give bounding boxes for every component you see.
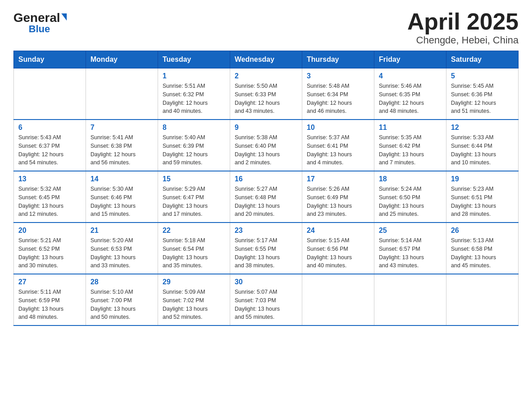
calendar-day-cell: 6Sunrise: 5:43 AMSunset: 6:37 PMDaylight…: [14, 120, 86, 171]
day-info: Sunrise: 5:07 AMSunset: 7:03 PMDaylight:…: [235, 288, 297, 321]
calendar-header-saturday: Saturday: [446, 51, 519, 68]
calendar-header-sunday: Sunday: [14, 51, 86, 68]
day-info: Sunrise: 5:46 AMSunset: 6:35 PMDaylight:…: [379, 82, 442, 116]
calendar-day-cell: 10Sunrise: 5:37 AMSunset: 6:41 PMDayligh…: [302, 120, 374, 171]
calendar-week-row: 13Sunrise: 5:32 AMSunset: 6:45 PMDayligh…: [14, 171, 519, 223]
day-info: Sunrise: 5:27 AMSunset: 6:48 PMDaylight:…: [235, 185, 297, 218]
calendar-day-cell: [86, 68, 158, 120]
day-info: Sunrise: 5:26 AMSunset: 6:49 PMDaylight:…: [307, 185, 369, 218]
logo-triangle-icon: [61, 13, 67, 21]
logo-general: General: [13, 12, 60, 24]
calendar-day-cell: 8Sunrise: 5:40 AMSunset: 6:39 PMDaylight…: [158, 120, 230, 171]
day-number: 8: [163, 124, 225, 132]
calendar-week-row: 20Sunrise: 5:21 AMSunset: 6:52 PMDayligh…: [14, 223, 519, 274]
day-info: Sunrise: 5:40 AMSunset: 6:39 PMDaylight:…: [163, 133, 225, 167]
calendar-header-thursday: Thursday: [302, 51, 374, 68]
calendar-day-cell: 24Sunrise: 5:15 AMSunset: 6:56 PMDayligh…: [302, 223, 374, 274]
day-number: 6: [18, 124, 81, 132]
day-info: Sunrise: 5:29 AMSunset: 6:47 PMDaylight:…: [163, 185, 225, 218]
day-info: Sunrise: 5:51 AMSunset: 6:32 PMDaylight:…: [163, 82, 225, 116]
day-info: Sunrise: 5:48 AMSunset: 6:34 PMDaylight:…: [307, 82, 369, 116]
page-title: April 2025: [407, 9, 519, 34]
calendar-week-row: 1Sunrise: 5:51 AMSunset: 6:32 PMDaylight…: [14, 68, 519, 120]
calendar-header-tuesday: Tuesday: [158, 51, 230, 68]
day-number: 1: [163, 72, 225, 80]
calendar-header-wednesday: Wednesday: [230, 51, 302, 68]
day-number: 10: [307, 124, 369, 132]
calendar-day-cell: 12Sunrise: 5:33 AMSunset: 6:44 PMDayligh…: [446, 120, 519, 171]
day-number: 12: [451, 124, 514, 132]
day-info: Sunrise: 5:38 AMSunset: 6:40 PMDaylight:…: [235, 133, 297, 167]
day-number: 21: [90, 227, 153, 235]
day-number: 5: [451, 72, 514, 80]
logo: General Blue: [13, 12, 67, 34]
day-number: 16: [235, 175, 297, 183]
day-number: 29: [163, 278, 225, 286]
day-number: 30: [235, 278, 297, 286]
day-info: Sunrise: 5:23 AMSunset: 6:51 PMDaylight:…: [451, 185, 514, 218]
day-number: 24: [307, 227, 369, 235]
day-number: 17: [307, 175, 369, 183]
day-number: 4: [379, 72, 442, 80]
calendar-week-row: 27Sunrise: 5:11 AMSunset: 6:59 PMDayligh…: [14, 274, 519, 325]
calendar-day-cell: 14Sunrise: 5:30 AMSunset: 6:46 PMDayligh…: [86, 171, 158, 223]
calendar-header-friday: Friday: [374, 51, 446, 68]
day-number: 26: [451, 227, 514, 235]
calendar-table: SundayMondayTuesdayWednesdayThursdayFrid…: [13, 51, 519, 326]
day-number: 18: [379, 175, 442, 183]
calendar-day-cell: 27Sunrise: 5:11 AMSunset: 6:59 PMDayligh…: [14, 274, 86, 325]
calendar-day-cell: 7Sunrise: 5:41 AMSunset: 6:38 PMDaylight…: [86, 120, 158, 171]
calendar-day-cell: 4Sunrise: 5:46 AMSunset: 6:35 PMDaylight…: [374, 68, 446, 120]
day-info: Sunrise: 5:11 AMSunset: 6:59 PMDaylight:…: [18, 288, 81, 321]
calendar-day-cell: 13Sunrise: 5:32 AMSunset: 6:45 PMDayligh…: [14, 171, 86, 223]
calendar-day-cell: 1Sunrise: 5:51 AMSunset: 6:32 PMDaylight…: [158, 68, 230, 120]
calendar-day-cell: 5Sunrise: 5:45 AMSunset: 6:36 PMDaylight…: [446, 68, 519, 120]
day-info: Sunrise: 5:10 AMSunset: 7:00 PMDaylight:…: [90, 288, 153, 321]
calendar-day-cell: 29Sunrise: 5:09 AMSunset: 7:02 PMDayligh…: [158, 274, 230, 325]
calendar-day-cell: [302, 274, 374, 325]
calendar-day-cell: 3Sunrise: 5:48 AMSunset: 6:34 PMDaylight…: [302, 68, 374, 120]
day-number: 13: [18, 175, 81, 183]
day-info: Sunrise: 5:41 AMSunset: 6:38 PMDaylight:…: [90, 133, 153, 167]
day-number: 14: [90, 175, 153, 183]
day-info: Sunrise: 5:14 AMSunset: 6:57 PMDaylight:…: [379, 236, 442, 270]
day-info: Sunrise: 5:37 AMSunset: 6:41 PMDaylight:…: [307, 133, 369, 167]
day-info: Sunrise: 5:43 AMSunset: 6:37 PMDaylight:…: [18, 133, 81, 167]
day-info: Sunrise: 5:15 AMSunset: 6:56 PMDaylight:…: [307, 236, 369, 270]
day-number: 27: [18, 278, 81, 286]
day-number: 9: [235, 124, 297, 132]
day-info: Sunrise: 5:45 AMSunset: 6:36 PMDaylight:…: [451, 82, 514, 116]
day-number: 11: [379, 124, 442, 132]
day-info: Sunrise: 5:35 AMSunset: 6:42 PMDaylight:…: [379, 133, 442, 167]
logo-blue: Blue: [29, 24, 50, 34]
calendar-day-cell: 11Sunrise: 5:35 AMSunset: 6:42 PMDayligh…: [374, 120, 446, 171]
title-block: April 2025 Chengde, Hebei, China: [407, 9, 519, 46]
calendar-day-cell: 19Sunrise: 5:23 AMSunset: 6:51 PMDayligh…: [446, 171, 519, 223]
calendar-day-cell: [14, 68, 86, 120]
day-number: 3: [307, 72, 369, 80]
day-info: Sunrise: 5:09 AMSunset: 7:02 PMDaylight:…: [163, 288, 225, 321]
day-number: 15: [163, 175, 225, 183]
day-number: 23: [235, 227, 297, 235]
calendar-header-row: SundayMondayTuesdayWednesdayThursdayFrid…: [14, 51, 519, 68]
calendar-day-cell: 21Sunrise: 5:20 AMSunset: 6:53 PMDayligh…: [86, 223, 158, 274]
page-subtitle: Chengde, Hebei, China: [407, 34, 519, 46]
header: General Blue April 2025 Chengde, Hebei, …: [13, 9, 519, 46]
calendar-week-row: 6Sunrise: 5:43 AMSunset: 6:37 PMDaylight…: [14, 120, 519, 171]
day-info: Sunrise: 5:50 AMSunset: 6:33 PMDaylight:…: [235, 82, 297, 116]
day-info: Sunrise: 5:33 AMSunset: 6:44 PMDaylight:…: [451, 133, 514, 167]
day-info: Sunrise: 5:18 AMSunset: 6:54 PMDaylight:…: [163, 236, 225, 270]
calendar-day-cell: 2Sunrise: 5:50 AMSunset: 6:33 PMDaylight…: [230, 68, 302, 120]
day-number: 25: [379, 227, 442, 235]
day-info: Sunrise: 5:21 AMSunset: 6:52 PMDaylight:…: [18, 236, 81, 270]
calendar-day-cell: [446, 274, 519, 325]
day-info: Sunrise: 5:30 AMSunset: 6:46 PMDaylight:…: [90, 185, 153, 218]
calendar-day-cell: 26Sunrise: 5:13 AMSunset: 6:58 PMDayligh…: [446, 223, 519, 274]
day-number: 2: [235, 72, 297, 80]
calendar-day-cell: 22Sunrise: 5:18 AMSunset: 6:54 PMDayligh…: [158, 223, 230, 274]
day-info: Sunrise: 5:20 AMSunset: 6:53 PMDaylight:…: [90, 236, 153, 270]
day-number: 19: [451, 175, 514, 183]
calendar-day-cell: 9Sunrise: 5:38 AMSunset: 6:40 PMDaylight…: [230, 120, 302, 171]
day-info: Sunrise: 5:13 AMSunset: 6:58 PMDaylight:…: [451, 236, 514, 270]
day-number: 22: [163, 227, 225, 235]
